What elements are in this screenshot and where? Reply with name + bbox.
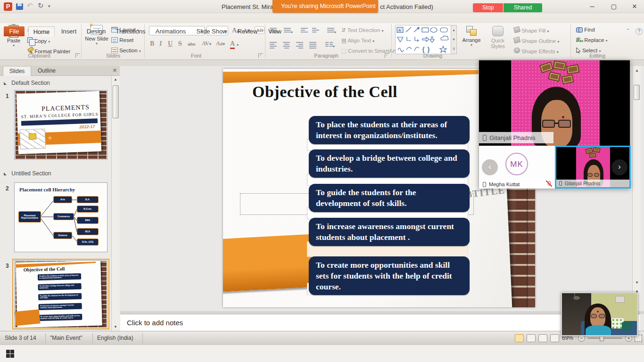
scroll-up-icon[interactable]: ▲ <box>112 76 119 83</box>
slideshow-view-button[interactable] <box>550 334 559 342</box>
shared-status-button[interactable]: Shared <box>504 3 542 12</box>
phone-icon <box>559 181 562 186</box>
replace-button[interactable]: ab⇄ac Replace ▾ <box>576 37 608 43</box>
tab-review[interactable]: Review <box>234 26 261 36</box>
section-header-default[interactable]: Default Section <box>4 80 50 86</box>
save-icon[interactable] <box>16 3 23 10</box>
sharing-banner[interactable]: You're sharing Microsoft PowerPoint <box>272 0 378 13</box>
align-right-icon <box>296 41 303 49</box>
slide1-years: 2012-17 <box>79 124 95 129</box>
objective-box-4[interactable]: To increase awareness amongst current st… <box>309 218 470 246</box>
reset-icon <box>111 37 118 43</box>
webcam-preview[interactable] <box>561 292 638 336</box>
notes-placeholder[interactable]: Click to add notes <box>127 319 183 327</box>
tab-slides[interactable]: Slides <box>3 66 31 76</box>
objective-box-5[interactable]: To create more opportunities and skill s… <box>309 256 470 295</box>
tab-transitions[interactable]: Transitions <box>112 26 149 36</box>
justify-button[interactable] <box>309 41 316 51</box>
align-left-button[interactable] <box>270 41 277 51</box>
minimize-button[interactable]: ─ <box>582 0 603 13</box>
objective-box-2[interactable]: To develop a bridge between college and … <box>309 149 470 178</box>
zoom-slider-track[interactable] <box>587 337 622 339</box>
reset-button[interactable]: Reset <box>111 37 133 43</box>
scroll-thumb[interactable] <box>113 85 119 118</box>
tab-outline[interactable]: Outline <box>31 66 62 76</box>
slide-title[interactable]: Objective of the Cell <box>252 83 397 101</box>
arrange-button[interactable]: Arrange ▾ <box>459 26 484 47</box>
slide-3-number: 3 <box>6 263 9 269</box>
stop-sharing-button[interactable]: Stop <box>473 3 503 12</box>
start-button[interactable] <box>6 350 14 358</box>
main-scrollbar[interactable]: ▲ ▼ ▲▲ ▼▼ <box>632 66 641 311</box>
strikethrough-button[interactable]: S <box>178 40 182 48</box>
help-icon[interactable]: ? <box>636 28 643 35</box>
paragraph-dialog-launcher[interactable] <box>385 53 389 58</box>
slides-panel-scrollbar[interactable]: ▲ ▼ <box>111 76 120 331</box>
change-case-button[interactable]: Aa▾ <box>216 40 225 47</box>
panel-close-icon[interactable]: ✕ <box>113 67 117 74</box>
font-color-dropdown-icon[interactable]: ▾ <box>237 43 239 47</box>
tab-file[interactable]: File <box>4 26 25 36</box>
redo-icon[interactable]: ↻ <box>38 1 44 10</box>
video-tile-gitanjali-selected[interactable]: › Gitanjali Phadnis <box>555 146 631 189</box>
slide-sorter-view-button[interactable] <box>527 334 536 342</box>
objective-box-3[interactable]: To guide the students for the developmen… <box>309 184 470 212</box>
align-text-button[interactable]: ▤ Align Text ▾ <box>341 37 374 44</box>
underline-button[interactable]: U <box>168 40 173 48</box>
undo-icon[interactable]: ↶ <box>27 1 33 10</box>
character-spacing-button[interactable]: A︎V▾ <box>202 40 211 47</box>
double-strike-button[interactable]: abe <box>188 41 196 47</box>
slide-3-thumbnail[interactable]: Objective of the Cell To place the stude… <box>14 260 107 328</box>
shape-fill-button[interactable]: Shape Fill ▾ <box>514 27 549 33</box>
reading-view-button[interactable] <box>538 334 547 342</box>
slide-2-thumbnail[interactable]: Placement cell Hierarchy Placement Repre… <box>14 182 107 252</box>
tab-slide-show[interactable]: Slide Show <box>192 26 231 36</box>
video-tile-main[interactable]: Gitanjali Phadnis <box>479 60 630 146</box>
theme-name[interactable]: "Main Event" <box>50 335 83 341</box>
paste-dropdown-icon[interactable]: ▾ <box>4 43 24 48</box>
italic-button[interactable]: I <box>159 40 162 48</box>
columns-button[interactable]: ▾ <box>325 41 335 49</box>
tab-insert[interactable]: Insert <box>58 26 80 36</box>
slide-1-thumbnail[interactable]: PLACEMENTS ST. MIRA'S COLLEGE FOR GIRLS … <box>14 90 107 160</box>
shapes-gallery[interactable]: A { } <box>395 25 452 54</box>
shapes-gallery-scroll[interactable]: ▲▼⊽ <box>451 25 457 54</box>
tab-animations[interactable]: Animations <box>152 26 190 36</box>
shape-effects-button[interactable]: Shape Effects ▾ <box>514 48 559 54</box>
copy-button[interactable]: Copy ▾ <box>27 37 50 44</box>
maximize-button[interactable]: ▢ <box>603 0 624 13</box>
previous-participant-button[interactable]: ‹ <box>482 159 498 175</box>
find-button[interactable]: Find <box>576 27 595 33</box>
scroll-thumb[interactable] <box>634 85 640 100</box>
objective-box-1[interactable]: To place the students at their areas of … <box>309 116 470 144</box>
language-status[interactable]: English (India) <box>97 335 133 341</box>
normal-view-button[interactable] <box>515 334 524 342</box>
qat-customize-dropdown-icon[interactable]: ▾ <box>48 4 50 8</box>
font-color-button[interactable]: A <box>230 40 235 49</box>
org-bcom: B.Com. <box>77 206 99 213</box>
tab-design[interactable]: Design <box>83 26 109 36</box>
minimize-ribbon-icon[interactable]: ⌃ <box>626 28 630 33</box>
bold-button[interactable]: B <box>150 40 154 48</box>
section-header-untitled[interactable]: Untitled Section <box>4 170 51 177</box>
increase-indent-button[interactable] <box>312 27 319 35</box>
line-spacing-button[interactable]: ▾ <box>327 27 336 35</box>
tab-view[interactable]: View <box>264 26 286 36</box>
scroll-up-icon[interactable]: ▲ <box>633 67 641 74</box>
close-button[interactable]: ✕ <box>624 0 644 13</box>
scroll-down-icon[interactable]: ▼ <box>112 323 119 331</box>
next-participant-button[interactable]: › <box>611 159 627 175</box>
align-right-button[interactable] <box>296 41 303 51</box>
video-tile-megha[interactable]: ‹ MK Megha Kuttat <box>479 146 555 189</box>
font-dialog-launcher[interactable] <box>258 53 263 58</box>
align-center-button[interactable] <box>283 41 290 51</box>
slides-panel-tabs: Slides Outline ✕ <box>0 66 120 76</box>
shape-outline-button[interactable]: Shape Outline ▾ <box>514 37 559 44</box>
powerpoint-app-icon[interactable]: P <box>4 2 12 11</box>
clipboard-dialog-launcher[interactable] <box>75 53 80 58</box>
quick-styles-button[interactable]: Quick Styles <box>486 26 510 49</box>
text-direction-button[interactable]: ⇵ Text Direction ▾ <box>341 27 384 33</box>
decrease-indent-button[interactable] <box>301 27 308 35</box>
scroll-down-icon[interactable]: ▼ <box>633 279 641 287</box>
tab-home[interactable]: Home <box>28 26 55 36</box>
